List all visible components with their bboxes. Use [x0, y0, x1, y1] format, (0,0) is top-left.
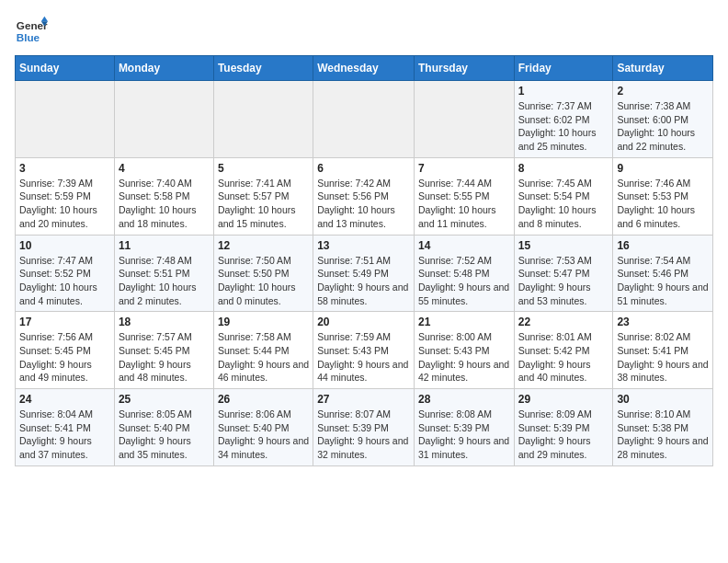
day-number: 10	[19, 239, 110, 252]
calendar-cell: 8Sunrise: 7:45 AM Sunset: 5:54 PM Daylig…	[514, 157, 613, 235]
logo-icon: General Blue	[15, 15, 48, 48]
calendar-cell: 21Sunrise: 8:00 AM Sunset: 5:43 PM Dayli…	[414, 312, 514, 389]
day-number: 4	[119, 162, 210, 175]
calendar-cell	[114, 81, 213, 158]
day-info: Sunrise: 7:37 AM Sunset: 6:02 PM Dayligh…	[518, 99, 609, 154]
week-row-3: 10Sunrise: 7:47 AM Sunset: 5:52 PM Dayli…	[16, 235, 713, 312]
day-info: Sunrise: 8:09 AM Sunset: 5:39 PM Dayligh…	[518, 408, 609, 462]
calendar-cell: 5Sunrise: 7:41 AM Sunset: 5:57 PM Daylig…	[213, 157, 313, 235]
calendar-body: 1Sunrise: 7:37 AM Sunset: 6:02 PM Daylig…	[16, 81, 713, 466]
day-info: Sunrise: 7:38 AM Sunset: 6:00 PM Dayligh…	[617, 99, 709, 154]
day-info: Sunrise: 7:45 AM Sunset: 5:54 PM Dayligh…	[518, 177, 609, 231]
day-info: Sunrise: 7:47 AM Sunset: 5:52 PM Dayligh…	[19, 254, 110, 308]
calendar-header: SundayMondayTuesdayWednesdayThursdayFrid…	[16, 56, 713, 81]
weekday-header-row: SundayMondayTuesdayWednesdayThursdayFrid…	[16, 56, 713, 81]
day-info: Sunrise: 8:05 AM Sunset: 5:40 PM Dayligh…	[119, 408, 210, 462]
day-number: 23	[617, 316, 709, 328]
calendar-cell: 25Sunrise: 8:05 AM Sunset: 5:40 PM Dayli…	[114, 389, 213, 466]
day-info: Sunrise: 7:56 AM Sunset: 5:45 PM Dayligh…	[19, 330, 110, 385]
day-info: Sunrise: 8:04 AM Sunset: 5:41 PM Dayligh…	[19, 408, 110, 462]
calendar-cell: 2Sunrise: 7:38 AM Sunset: 6:00 PM Daylig…	[613, 81, 713, 158]
calendar-cell: 23Sunrise: 8:02 AM Sunset: 5:41 PM Dayli…	[613, 312, 713, 389]
day-number: 14	[418, 239, 510, 252]
weekday-saturday: Saturday	[613, 56, 713, 81]
calendar-cell: 24Sunrise: 8:04 AM Sunset: 5:41 PM Dayli…	[16, 389, 115, 466]
day-info: Sunrise: 8:07 AM Sunset: 5:39 PM Dayligh…	[317, 408, 410, 462]
day-number: 16	[617, 239, 709, 252]
day-number: 27	[317, 393, 410, 406]
calendar-cell: 15Sunrise: 7:53 AM Sunset: 5:47 PM Dayli…	[514, 235, 613, 312]
day-number: 15	[518, 239, 609, 252]
calendar-cell: 4Sunrise: 7:40 AM Sunset: 5:58 PM Daylig…	[114, 157, 213, 235]
day-info: Sunrise: 7:40 AM Sunset: 5:58 PM Dayligh…	[119, 177, 210, 231]
day-info: Sunrise: 7:44 AM Sunset: 5:55 PM Dayligh…	[418, 177, 510, 231]
calendar-cell	[313, 81, 415, 158]
calendar-cell: 16Sunrise: 7:54 AM Sunset: 5:46 PM Dayli…	[613, 235, 713, 312]
day-number: 8	[518, 162, 609, 175]
day-info: Sunrise: 8:01 AM Sunset: 5:42 PM Dayligh…	[518, 330, 609, 385]
calendar-cell: 17Sunrise: 7:56 AM Sunset: 5:45 PM Dayli…	[16, 312, 115, 389]
day-info: Sunrise: 7:58 AM Sunset: 5:44 PM Dayligh…	[218, 330, 309, 385]
day-info: Sunrise: 7:46 AM Sunset: 5:53 PM Dayligh…	[617, 177, 709, 231]
calendar-cell: 9Sunrise: 7:46 AM Sunset: 5:53 PM Daylig…	[613, 157, 713, 235]
weekday-thursday: Thursday	[414, 56, 514, 81]
day-info: Sunrise: 7:53 AM Sunset: 5:47 PM Dayligh…	[518, 254, 609, 308]
day-number: 26	[218, 393, 309, 406]
day-info: Sunrise: 7:51 AM Sunset: 5:49 PM Dayligh…	[317, 254, 410, 308]
calendar-cell: 6Sunrise: 7:42 AM Sunset: 5:56 PM Daylig…	[313, 157, 415, 235]
calendar-cell: 30Sunrise: 8:10 AM Sunset: 5:38 PM Dayli…	[613, 389, 713, 466]
calendar-cell: 1Sunrise: 7:37 AM Sunset: 6:02 PM Daylig…	[514, 81, 613, 158]
day-info: Sunrise: 7:41 AM Sunset: 5:57 PM Dayligh…	[218, 177, 309, 231]
day-number: 1	[518, 85, 609, 98]
week-row-5: 24Sunrise: 8:04 AM Sunset: 5:41 PM Dayli…	[16, 389, 713, 466]
day-number: 13	[317, 239, 410, 252]
calendar-cell	[16, 81, 115, 158]
day-info: Sunrise: 7:39 AM Sunset: 5:59 PM Dayligh…	[19, 177, 110, 231]
weekday-wednesday: Wednesday	[313, 56, 415, 81]
day-info: Sunrise: 8:10 AM Sunset: 5:38 PM Dayligh…	[617, 408, 709, 462]
svg-text:Blue: Blue	[17, 31, 40, 43]
day-number: 20	[317, 316, 410, 328]
page-header: General Blue	[15, 15, 713, 48]
day-info: Sunrise: 8:00 AM Sunset: 5:43 PM Dayligh…	[418, 330, 510, 385]
calendar-cell: 12Sunrise: 7:50 AM Sunset: 5:50 PM Dayli…	[213, 235, 313, 312]
calendar-cell	[213, 81, 313, 158]
calendar-cell: 20Sunrise: 7:59 AM Sunset: 5:43 PM Dayli…	[313, 312, 415, 389]
calendar-cell: 14Sunrise: 7:52 AM Sunset: 5:48 PM Dayli…	[414, 235, 514, 312]
day-info: Sunrise: 8:06 AM Sunset: 5:40 PM Dayligh…	[218, 408, 309, 462]
day-number: 21	[418, 316, 510, 328]
day-info: Sunrise: 8:08 AM Sunset: 5:39 PM Dayligh…	[418, 408, 510, 462]
day-number: 28	[418, 393, 510, 406]
calendar-cell: 22Sunrise: 8:01 AM Sunset: 5:42 PM Dayli…	[514, 312, 613, 389]
week-row-1: 1Sunrise: 7:37 AM Sunset: 6:02 PM Daylig…	[16, 81, 713, 158]
calendar-cell: 19Sunrise: 7:58 AM Sunset: 5:44 PM Dayli…	[213, 312, 313, 389]
calendar-cell: 26Sunrise: 8:06 AM Sunset: 5:40 PM Dayli…	[213, 389, 313, 466]
day-number: 7	[418, 162, 510, 175]
calendar-cell: 7Sunrise: 7:44 AM Sunset: 5:55 PM Daylig…	[414, 157, 514, 235]
weekday-tuesday: Tuesday	[213, 56, 313, 81]
week-row-4: 17Sunrise: 7:56 AM Sunset: 5:45 PM Dayli…	[16, 312, 713, 389]
calendar-cell: 3Sunrise: 7:39 AM Sunset: 5:59 PM Daylig…	[16, 157, 115, 235]
day-number: 30	[617, 393, 709, 406]
calendar-cell: 28Sunrise: 8:08 AM Sunset: 5:39 PM Dayli…	[414, 389, 514, 466]
calendar-table: SundayMondayTuesdayWednesdayThursdayFrid…	[15, 55, 713, 466]
day-info: Sunrise: 7:52 AM Sunset: 5:48 PM Dayligh…	[418, 254, 510, 308]
day-number: 5	[218, 162, 309, 175]
day-info: Sunrise: 7:59 AM Sunset: 5:43 PM Dayligh…	[317, 330, 410, 385]
weekday-friday: Friday	[514, 56, 613, 81]
weekday-sunday: Sunday	[16, 56, 115, 81]
calendar-cell: 13Sunrise: 7:51 AM Sunset: 5:49 PM Dayli…	[313, 235, 415, 312]
day-number: 6	[317, 162, 410, 175]
day-number: 22	[518, 316, 609, 328]
calendar-cell: 18Sunrise: 7:57 AM Sunset: 5:45 PM Dayli…	[114, 312, 213, 389]
day-info: Sunrise: 7:50 AM Sunset: 5:50 PM Dayligh…	[218, 254, 309, 308]
weekday-monday: Monday	[114, 56, 213, 81]
day-info: Sunrise: 7:42 AM Sunset: 5:56 PM Dayligh…	[317, 177, 410, 231]
day-number: 11	[119, 239, 210, 252]
day-number: 29	[518, 393, 609, 406]
day-number: 9	[617, 162, 709, 175]
day-number: 24	[19, 393, 110, 406]
day-info: Sunrise: 8:02 AM Sunset: 5:41 PM Dayligh…	[617, 330, 709, 385]
day-info: Sunrise: 7:57 AM Sunset: 5:45 PM Dayligh…	[119, 330, 210, 385]
week-row-2: 3Sunrise: 7:39 AM Sunset: 5:59 PM Daylig…	[16, 157, 713, 235]
